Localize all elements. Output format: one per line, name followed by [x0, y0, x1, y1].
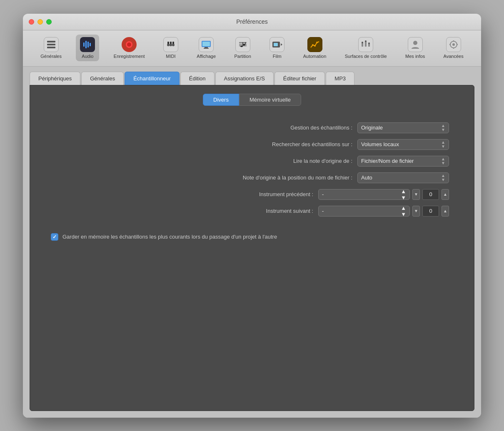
- toolbar-item-surfaces[interactable]: Surfaces de contrôle: [341, 35, 391, 61]
- number-suiv[interactable]: 0: [422, 206, 439, 217]
- toolbar-item-generales[interactable]: Générales: [36, 35, 66, 61]
- svg-point-8: [127, 42, 131, 47]
- svg-marker-27: [281, 43, 282, 46]
- surfaces-label: Surfaces de contrôle: [345, 54, 387, 59]
- film-icon: [269, 37, 284, 52]
- window-controls: [29, 19, 52, 25]
- tabs-bar: Périphériques Générales Échantillonneur …: [23, 67, 481, 85]
- tab-generales[interactable]: Générales: [81, 72, 124, 85]
- chevrons-rechercher: ▲▼: [441, 140, 445, 149]
- select-lire-value: Fichier/Nom de fichier: [361, 158, 414, 164]
- label-instrument-suiv: Instrument suivant :: [266, 208, 313, 214]
- generales-label: Générales: [40, 54, 62, 59]
- arrow-down-suiv[interactable]: ▼: [412, 206, 420, 217]
- arrow-up-suiv[interactable]: ▲: [442, 206, 449, 217]
- select-rechercher[interactable]: Volumes locaux ▲▼: [357, 139, 449, 150]
- svg-rect-16: [202, 42, 210, 46]
- svg-point-40: [452, 43, 455, 46]
- select-instrument-suiv-value: -: [322, 208, 324, 214]
- enregistrement-label: Enregistrement: [114, 54, 145, 59]
- select-gestion[interactable]: Originale ▲▼: [357, 122, 449, 133]
- checkbox-garder[interactable]: ✓: [51, 233, 58, 241]
- toolbar-item-automation[interactable]: Automation: [299, 35, 331, 61]
- svg-point-31: [316, 42, 318, 43]
- preferences-window: Préférences Générales Audio: [23, 14, 481, 418]
- tab-edition[interactable]: Édition: [180, 72, 215, 85]
- select-instrument-prec-value: -: [322, 191, 324, 197]
- row-note: Note d'origine à la position du nom de f…: [55, 172, 449, 183]
- partition-icon: [235, 37, 250, 52]
- toolbar: Générales Audio Enregistrement: [23, 30, 481, 67]
- arrow-up-prec[interactable]: ▲: [442, 189, 449, 200]
- content-area: Périphériques Générales Échantillonneur …: [23, 67, 481, 418]
- toolbar-item-affichage[interactable]: Affichage: [192, 35, 220, 61]
- tab-editeur[interactable]: Éditeur fichier: [274, 72, 325, 85]
- svg-rect-13: [170, 42, 172, 44]
- chevrons-instrument-suiv: ▲▼: [401, 205, 406, 217]
- toolbar-item-film[interactable]: Film: [265, 35, 289, 61]
- subtab-memoire[interactable]: Mémoire virtuelle: [239, 94, 301, 106]
- film-label: Film: [273, 54, 282, 59]
- chevrons-lire: ▲▼: [441, 157, 445, 165]
- subtab-divers[interactable]: Divers: [203, 94, 239, 106]
- svg-point-35: [362, 42, 363, 43]
- toolbar-item-midi[interactable]: MIDI: [159, 35, 182, 61]
- svg-point-38: [413, 41, 417, 45]
- maximize-button[interactable]: [46, 19, 52, 25]
- row-instrument-prec: Instrument précédent : - ▲▼ ▼ 0 ▲: [55, 189, 449, 200]
- select-lire[interactable]: Fichier/Nom de fichier ▲▼: [357, 156, 449, 167]
- row-rechercher: Rechercher des échantillons sur : Volume…: [55, 139, 449, 150]
- subtabs: Divers Mémoire virtuelle: [38, 94, 466, 106]
- window-title: Préférences: [236, 18, 267, 25]
- tab-peripheriques[interactable]: Périphériques: [30, 72, 80, 85]
- audio-icon: [80, 37, 95, 52]
- select-instrument-suiv[interactable]: - ▲▼: [318, 206, 410, 217]
- select-note[interactable]: Auto ▲▼: [357, 172, 449, 183]
- number-prec[interactable]: 0: [422, 189, 439, 200]
- svg-rect-18: [204, 48, 209, 49]
- toolbar-item-partition[interactable]: Partition: [230, 35, 255, 61]
- automation-icon: [307, 37, 322, 52]
- arrow-down-prec[interactable]: ▼: [412, 189, 420, 200]
- svg-rect-2: [47, 47, 55, 48]
- toolbar-item-enregistrement[interactable]: Enregistrement: [110, 35, 149, 61]
- toolbar-item-audio[interactable]: Audio: [76, 35, 99, 61]
- chevrons-gestion: ▲▼: [441, 124, 445, 132]
- checkbox-check-icon: ✓: [52, 234, 57, 240]
- midi-label: MIDI: [166, 54, 175, 59]
- row-instrument-suiv: Instrument suivant : - ▲▼ ▼ 0 ▲: [55, 206, 449, 217]
- midi-icon: [163, 37, 178, 52]
- generales-icon: [44, 37, 59, 52]
- svg-point-36: [365, 40, 367, 42]
- row-lire: Lire la note d'origine de : Fichier/Nom …: [55, 156, 449, 167]
- svg-point-24: [243, 44, 245, 45]
- toolbar-item-mesinfos[interactable]: Mes infos: [401, 35, 429, 61]
- chevrons-note: ▲▼: [441, 174, 445, 182]
- enregistrement-icon: [122, 37, 137, 52]
- tab-assignations[interactable]: Assignations E/S: [215, 72, 274, 85]
- tab-mp3[interactable]: MP3: [326, 72, 354, 85]
- label-instrument-prec: Instrument précédent :: [259, 191, 313, 197]
- affichage-icon: [199, 37, 214, 52]
- select-instrument-prec[interactable]: - ▲▼: [318, 189, 410, 200]
- svg-rect-0: [47, 41, 55, 42]
- svg-point-22: [240, 45, 243, 47]
- svg-point-30: [314, 45, 316, 47]
- close-button[interactable]: [29, 19, 34, 25]
- tab-echantillonneur[interactable]: Échantillonneur: [125, 72, 180, 85]
- select-gestion-value: Originale: [361, 125, 383, 131]
- svg-rect-5: [87, 42, 89, 47]
- main-panel: Divers Mémoire virtuelle Gestion des éch…: [30, 85, 474, 411]
- affichage-label: Affichage: [197, 54, 216, 59]
- select-rechercher-value: Volumes locaux: [361, 141, 399, 147]
- instrument-prec-controls: - ▲▼ ▼ 0 ▲: [318, 189, 449, 200]
- toolbar-item-avancees[interactable]: Avancées: [439, 35, 468, 61]
- chevrons-instrument-prec: ▲▼: [401, 188, 406, 201]
- avancees-label: Avancées: [444, 54, 464, 59]
- mesinfos-label: Mes infos: [405, 54, 425, 59]
- audio-label: Audio: [82, 54, 93, 59]
- label-note: Note d'origine à la position du nom de f…: [243, 174, 352, 181]
- mesinfos-icon: [408, 37, 423, 52]
- row-gestion: Gestion des échantillons : Originale ▲▼: [55, 122, 449, 133]
- minimize-button[interactable]: [37, 19, 43, 25]
